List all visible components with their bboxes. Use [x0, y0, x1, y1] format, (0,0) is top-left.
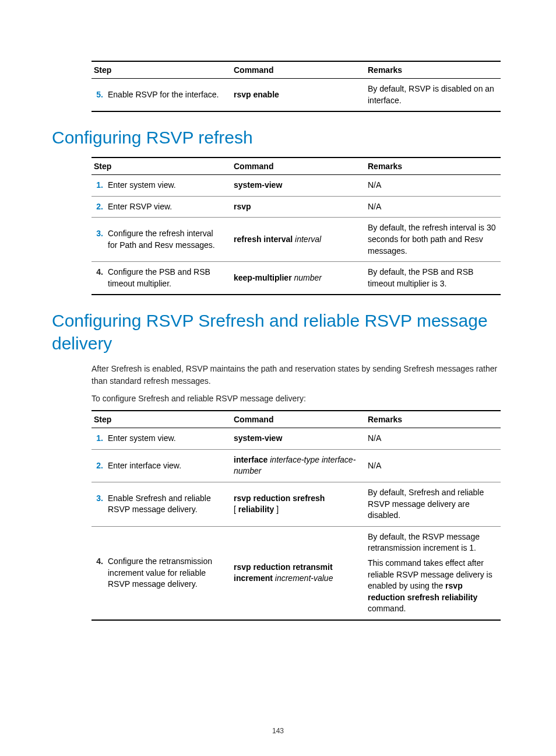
step-number: 3. [94, 493, 108, 505]
step-description: Enter system view. [108, 180, 222, 191]
step-number: 2. [94, 201, 108, 213]
table-row: 1.Enter system view.system-viewN/A [92, 175, 501, 197]
step-description: Configure the refresh interval for Path … [108, 228, 222, 251]
remarks-cell: By default, RSVP is disabled on an inter… [365, 79, 501, 112]
config-table-refresh: Step Command Remarks 1.Enter system view… [92, 157, 501, 295]
col-step-header: Step [92, 61, 231, 79]
step-description: Configure the PSB and RSB timeout multip… [108, 267, 222, 289]
table-row: 4.Configure the PSB and RSB timeout mult… [92, 262, 501, 295]
table-row: 2.Enter RSVP view.rsvpN/A [92, 196, 501, 218]
remarks-cell: By default, the PSB and RSB timeout mult… [365, 262, 501, 295]
step-number: 4. [94, 556, 108, 568]
command-bold: rsvp [234, 202, 251, 211]
command-bold: refresh interval [234, 235, 293, 244]
command-cell: rsvp [231, 196, 365, 218]
remarks-cell: N/A [365, 449, 501, 482]
step-number: 4. [94, 267, 108, 278]
table-header-row: Step Command Remarks [92, 411, 501, 428]
step-description: Enter interface view. [108, 460, 222, 472]
section2-content: After Srefresh is enabled, RSVP maintain… [92, 363, 501, 621]
config-table-srefresh: Step Command Remarks 1.Enter system view… [92, 410, 501, 621]
command-bold: keep-multiplier [234, 273, 292, 282]
step-description: Enter RSVP view. [108, 201, 222, 213]
table-top-body: 5.Enable RSVP for the interface.rsvp ena… [92, 79, 501, 112]
col-remarks-header: Remarks [365, 61, 501, 79]
step-cell: 2.Enter RSVP view. [92, 196, 231, 218]
step-cell: 5.Enable RSVP for the interface. [92, 79, 231, 112]
step-number: 3. [94, 228, 108, 240]
remarks-cell: By default, Srefresh and reliable RSVP m… [365, 482, 501, 527]
step-description: Enter system view. [108, 433, 222, 444]
command-italic: interval [293, 235, 321, 244]
remarks-cell: N/A [365, 196, 501, 218]
col-command-header: Command [231, 411, 365, 428]
section-heading-rsvp-refresh: Configuring RSVP refresh [52, 126, 501, 149]
remarks-cell: By default, the refresh interval is 30 s… [365, 218, 501, 262]
command-cell: refresh interval interval [231, 218, 365, 262]
step-description: Configure the retransmission increment v… [108, 556, 222, 590]
col-command-header: Command [231, 61, 365, 79]
step-cell: 1.Enter system view. [92, 175, 231, 197]
col-remarks-header: Remarks [365, 158, 501, 175]
step-number: 5. [94, 89, 108, 101]
document-page: Step Command Remarks 5.Enable RSVP for t… [0, 0, 556, 621]
step-description: Enable RSVP for the interface. [108, 89, 222, 101]
table-refresh-body: 1.Enter system view.system-viewN/A2.Ente… [92, 175, 501, 295]
table-row: 3.Enable Srefresh and reliable RSVP mess… [92, 482, 501, 527]
table-row: 2.Enter interface view.interface interfa… [92, 449, 501, 482]
step-cell: 3.Enable Srefresh and reliable RSVP mess… [92, 482, 231, 527]
remarks-cell: N/A [365, 428, 501, 450]
table-srefresh-body: 1.Enter system view.system-viewN/A2.Ente… [92, 428, 501, 620]
table-row: 3.Configure the refresh interval for Pat… [92, 218, 501, 262]
col-step-header: Step [92, 158, 231, 175]
table-row: 4.Configure the retransmission increment… [92, 526, 501, 620]
step-description: Enable Srefresh and reliable RSVP messag… [108, 493, 222, 516]
command-bold: system-view [234, 180, 282, 190]
section1-content: Step Command Remarks 1.Enter system view… [92, 157, 501, 295]
section2-intro1: After Srefresh is enabled, RSVP maintain… [92, 363, 501, 387]
step-number: 1. [94, 180, 108, 191]
command-cell: rsvp reduction srefresh[ reliability ] [231, 482, 365, 527]
table-top-wrapper: Step Command Remarks 5.Enable RSVP for t… [92, 61, 501, 112]
table-row: 1.Enter system view.system-viewN/A [92, 428, 501, 450]
section-heading-rsvp-srefresh: Configuring RSVP Srefresh and reliable R… [52, 309, 501, 355]
step-cell: 4.Configure the PSB and RSB timeout mult… [92, 262, 231, 295]
command-bold: rsvp enable [234, 90, 279, 99]
command-cell: rsvp reduction retransmit increment incr… [231, 526, 365, 620]
col-remarks-header: Remarks [365, 411, 501, 428]
command-cell: system-view [231, 175, 365, 197]
table-row: 5.Enable RSVP for the interface.rsvp ena… [92, 79, 501, 112]
page-number: 143 [0, 727, 556, 735]
command-italic: number [292, 273, 322, 282]
step-cell: 4.Configure the retransmission increment… [92, 526, 231, 620]
col-step-header: Step [92, 411, 231, 428]
table-header-row: Step Command Remarks [92, 61, 501, 79]
step-cell: 2.Enter interface view. [92, 449, 231, 482]
command-cell: interface interface-type interface-numbe… [231, 449, 365, 482]
config-table-top: Step Command Remarks 5.Enable RSVP for t… [92, 61, 501, 112]
command-cell: rsvp enable [231, 79, 365, 112]
remarks-cell: N/A [365, 175, 501, 197]
section2-intro2: To configure Srefresh and reliable RSVP … [92, 393, 501, 404]
table-header-row: Step Command Remarks [92, 158, 501, 175]
step-number: 1. [94, 433, 108, 444]
step-number: 2. [94, 460, 108, 472]
remarks-cell: By default, the RSVP message retransmiss… [365, 526, 501, 620]
step-cell: 1.Enter system view. [92, 428, 231, 450]
step-cell: 3.Configure the refresh interval for Pat… [92, 218, 231, 262]
col-command-header: Command [231, 158, 365, 175]
command-cell: keep-multiplier number [231, 262, 365, 295]
command-cell: system-view [231, 428, 365, 450]
